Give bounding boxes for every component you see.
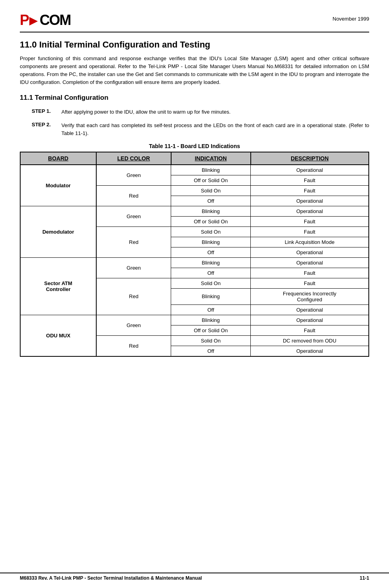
led-table: BOARD LED COLOR INDICATION DESCRIPTION M… [20, 152, 369, 357]
indication-cell: Blinking [171, 257, 251, 268]
description-cell: Fault [251, 268, 369, 278]
indication-cell: Off or Solid On [171, 216, 251, 226]
color-cell: Green [96, 257, 171, 278]
description-cell: Fault [251, 185, 369, 196]
description-cell: Fault [251, 216, 369, 226]
board-cell: Demodulator [20, 206, 96, 257]
step-2-label: STEP 2. [32, 122, 61, 137]
logo: P ▶ COM [20, 12, 71, 29]
logo-p: P [20, 12, 29, 29]
board-cell: ODU MUX [20, 315, 96, 356]
step-2-text: Verify that each card has completed its … [61, 122, 369, 137]
color-cell: Red [96, 185, 171, 206]
color-cell: Red [96, 335, 171, 356]
indication-cell: Off or Solid On [171, 325, 251, 335]
description-cell: Link Acquisition Mode [251, 237, 369, 247]
table-row: Sector ATM ControllerGreenBlinkingOperat… [20, 257, 369, 268]
board-cell: Modulator [20, 165, 96, 206]
page-title: 11.0 Initial Terminal Configuration and … [20, 40, 369, 50]
table-row: ModulatorGreenBlinkingOperational [20, 165, 369, 175]
col-header-description: DESCRIPTION [251, 152, 369, 165]
description-cell: Operational [251, 304, 369, 315]
indication-cell: Blinking [171, 315, 251, 325]
description-cell: DC removed from ODU [251, 335, 369, 346]
table-title: Table 11-1 - Board LED Indications [20, 143, 369, 149]
indication-cell: Off [171, 196, 251, 206]
description-cell: Operational [251, 315, 369, 325]
page-header: P ▶ COM November 1999 [20, 12, 369, 32]
step-1-text: After applying power to the IDU, allow t… [61, 108, 369, 116]
indication-cell: Blinking [171, 206, 251, 216]
description-cell: Operational [251, 165, 369, 175]
logo-arrow-icon: ▶ [29, 14, 38, 27]
indication-cell: Off [171, 346, 251, 356]
indication-cell: Solid On [171, 226, 251, 237]
col-header-color: LED COLOR [96, 152, 171, 165]
header-date: November 1999 [333, 12, 370, 22]
logo-com: COM [40, 12, 71, 29]
indication-cell: Blinking [171, 237, 251, 247]
table-header-row: BOARD LED COLOR INDICATION DESCRIPTION [20, 152, 369, 165]
intro-paragraph: Proper functioning of this command and r… [20, 55, 369, 87]
color-cell: Green [96, 206, 171, 226]
table-row: ODU MUXGreenBlinkingOperational [20, 315, 369, 325]
color-cell: Green [96, 315, 171, 335]
section-11-1-title: 11.1 Terminal Configuration [20, 94, 369, 102]
description-cell: Operational [251, 257, 369, 268]
step-2-block: STEP 2. Verify that each card has comple… [20, 122, 369, 137]
footer-left: M68333 Rev. A Tel-Link PMP - Sector Term… [20, 575, 202, 581]
indication-cell: Off [171, 247, 251, 257]
description-cell: Operational [251, 346, 369, 356]
description-cell: Fault [251, 175, 369, 185]
color-cell: Red [96, 226, 171, 257]
color-cell: Green [96, 165, 171, 186]
indication-cell: Blinking [171, 165, 251, 175]
description-cell: Fault [251, 226, 369, 237]
description-cell: Frequencies Incorrectly Configured [251, 288, 369, 304]
col-header-board: BOARD [20, 152, 96, 165]
table-row: DemodulatorGreenBlinkingOperational [20, 206, 369, 216]
footer-right: 11-1 [360, 575, 369, 581]
description-cell: Fault [251, 278, 369, 288]
indication-cell: Off [171, 304, 251, 315]
description-cell: Operational [251, 206, 369, 216]
page-footer: M68333 Rev. A Tel-Link PMP - Sector Term… [0, 573, 389, 581]
description-cell: Operational [251, 196, 369, 206]
step-1-block: STEP 1. After applying power to the IDU,… [20, 108, 369, 116]
page: P ▶ COM November 1999 11.0 Initial Termi… [0, 0, 389, 588]
col-header-indication: INDICATION [171, 152, 251, 165]
color-cell: Red [96, 278, 171, 315]
description-cell: Fault [251, 325, 369, 335]
indication-cell: Solid On [171, 278, 251, 288]
step-1-label: STEP 1. [32, 108, 61, 116]
indication-cell: Off or Solid On [171, 175, 251, 185]
indication-cell: Blinking [171, 288, 251, 304]
indication-cell: Solid On [171, 335, 251, 346]
indication-cell: Off [171, 268, 251, 278]
description-cell: Operational [251, 247, 369, 257]
board-cell: Sector ATM Controller [20, 257, 96, 315]
indication-cell: Solid On [171, 185, 251, 196]
